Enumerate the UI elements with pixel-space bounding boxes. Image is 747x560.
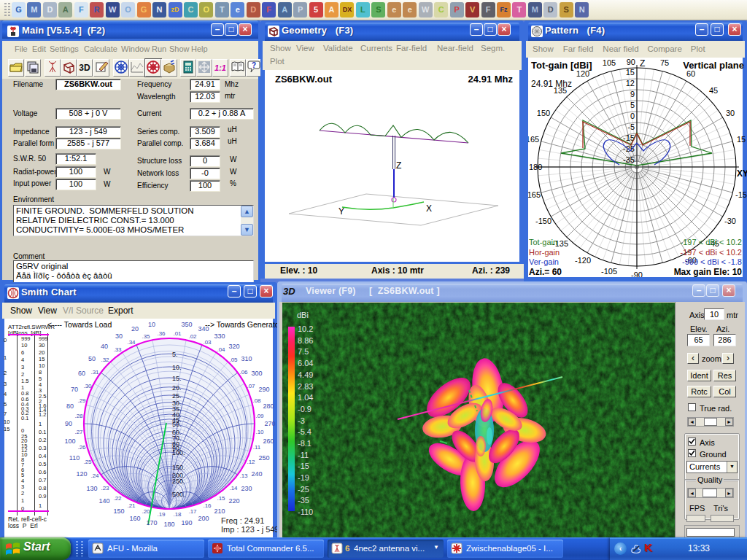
svg-text:2.83: 2.83 [298,382,313,391]
svg-text:.18: .18 [173,511,182,518]
svg-text:Z: Z [640,58,645,69]
svg-text:.17: .17 [188,508,197,515]
svg-text:75: 75 [660,58,669,67]
svg-text:-110: -110 [298,508,313,516]
svg-text:-19: -19 [298,473,309,482]
svg-text:150: 150 [113,508,124,515]
svg-text:.23: .23 [101,485,109,491]
svg-text:50: 50 [88,355,96,362]
svg-text:.21: .21 [127,502,136,509]
svg-text:40: 40 [101,343,108,350]
svg-text:ZS6BKW.out: ZS6BKW.out [275,74,333,85]
svg-text:.08: .08 [252,397,261,404]
svg-text:.06: .06 [239,369,248,376]
svg-text:250: 250 [258,454,269,462]
svg-text:Ver-gain: Ver-gain [529,257,559,266]
svg-text:220: 220 [228,497,239,505]
svg-text:30: 30 [115,332,123,340]
svg-text:5.: 5. [172,351,178,358]
svg-text:170: 170 [146,519,157,526]
svg-text:230: 230 [241,485,252,492]
svg-text:15.: 15. [172,375,182,382]
svg-text:12: 12 [626,79,635,88]
svg-text:260: 260 [263,438,274,445]
svg-text:Z: Z [396,160,401,171]
svg-text:90: 90 [627,58,635,66]
svg-text:270: 270 [264,420,275,427]
svg-text:180: 180 [529,163,542,171]
svg-text:-0.9: -0.9 [298,405,311,413]
svg-text:70: 70 [71,386,78,393]
svg-text:-999 < dBi < -1.8: -999 < dBi < -1.8 [682,257,742,266]
svg-text:--> Towards Generator -: --> Towards Generator - [205,320,277,329]
svg-text:Imp : 123 - j 549: Imp : 123 - j 549 [221,525,277,534]
svg-text:320: 320 [228,343,239,350]
svg-text:150.: 150. [172,464,185,471]
svg-text:9: 9 [630,90,635,98]
svg-text:-3: -3 [298,416,305,425]
svg-text:8.86: 8.86 [298,336,313,345]
svg-text:.30: .30 [83,383,92,389]
svg-text:.27: .27 [74,429,83,435]
svg-text:.10: .10 [255,429,264,435]
svg-text:.28: .28 [74,413,83,419]
svg-text:Tot-gain [dBi]: Tot-gain [dBi] [531,60,592,71]
svg-text:Tot-gain: Tot-gain [529,238,557,246]
svg-text:60: 60 [78,370,85,377]
svg-text:250.: 250. [172,478,185,485]
svg-text:105: 105 [603,58,616,67]
svg-text:.32: .32 [101,357,109,363]
svg-text:.22: .22 [113,495,122,502]
svg-text:50.: 50. [172,421,182,428]
svg-text:.25: .25 [83,459,92,465]
svg-text:-5.4: -5.4 [298,427,311,436]
svg-text:.36: .36 [157,330,166,337]
svg-text:-120: -120 [575,256,591,265]
svg-text:-11: -11 [298,451,309,459]
svg-text:100.: 100. [172,449,185,456]
svg-text:.15: .15 [217,495,225,502]
svg-text:5: 5 [630,101,635,109]
svg-text:.24: .24 [90,472,99,479]
svg-text:10.2: 10.2 [298,324,313,333]
svg-text:20.: 20. [172,384,182,392]
svg-text:15: 15 [737,135,746,144]
svg-text:.34: .34 [127,339,136,346]
svg-text:160: 160 [129,515,140,522]
svg-text:0: 0 [630,112,635,120]
svg-text:1.04: 1.04 [298,393,313,402]
svg-text:.02: .02 [188,333,197,340]
svg-text:-150: -150 [535,217,551,225]
svg-text:.04: .04 [217,346,225,353]
svg-text:180: 180 [163,521,174,528]
svg-text:Azi.= 60: Azi.= 60 [529,267,562,277]
svg-text:Freq : 24.91: Freq : 24.91 [221,516,264,525]
svg-text:-197 < dBi < 10.2: -197 < dBi < 10.2 [681,248,742,257]
svg-text:210: 210 [214,508,225,515]
svg-text:20: 20 [131,325,139,332]
svg-text:-105: -105 [601,267,617,276]
svg-text:150: 150 [537,109,550,117]
svg-text:.01: .01 [173,330,182,337]
svg-text:.11: .11 [253,444,261,451]
svg-text:-15: -15 [298,462,309,470]
svg-text:-25: -25 [298,485,309,494]
svg-text:dBi: dBi [297,311,309,319]
svg-text:X: X [426,203,432,214]
svg-text:?: ? [252,61,256,69]
svg-text:140: 140 [98,497,109,505]
svg-text:-5: -5 [627,122,635,131]
svg-text:10.: 10. [172,364,182,371]
svg-text:350: 350 [181,321,192,328]
svg-text:Y: Y [338,206,344,217]
svg-text:120: 120 [76,470,87,478]
svg-text:15: 15 [626,68,635,77]
svg-text:200: 200 [198,515,209,522]
svg-text:4.49: 4.49 [298,370,313,379]
svg-text:290: 290 [258,386,269,393]
svg-text:165: 165 [528,135,539,144]
svg-text:-197 < dBi < 10.2: -197 < dBi < 10.2 [681,238,742,246]
svg-text:-8.1: -8.1 [298,439,311,448]
svg-text:-35: -35 [623,155,635,164]
svg-text:110: 110 [69,454,80,462]
